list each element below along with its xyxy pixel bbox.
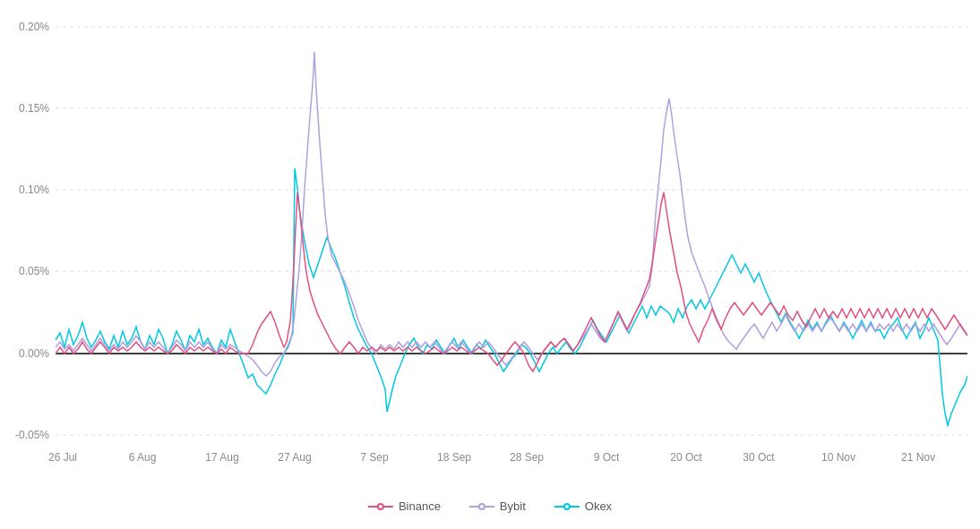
svg-text:18 Sep: 18 Sep [437, 451, 471, 464]
svg-text:28 Sep: 28 Sep [510, 451, 544, 464]
svg-text:0.10%: 0.10% [19, 183, 49, 196]
svg-text:7 Sep: 7 Sep [360, 451, 389, 464]
svg-text:0.20%: 0.20% [19, 21, 49, 33]
svg-text:6 Aug: 6 Aug [129, 451, 157, 464]
svg-text:30 Oct: 30 Oct [743, 451, 775, 464]
svg-text:10 Nov: 10 Nov [821, 451, 855, 464]
svg-text:9 Oct: 9 Oct [594, 451, 620, 464]
svg-text:21 Nov: 21 Nov [901, 451, 935, 464]
svg-text:20 Oct: 20 Oct [670, 451, 702, 464]
legend-bybit-label: Bybit [500, 499, 526, 513]
svg-text:0.15%: 0.15% [19, 102, 49, 115]
svg-text:0.00%: 0.00% [19, 347, 49, 360]
legend-binance-label: Binance [399, 499, 441, 513]
legend-okex: Okex [554, 499, 612, 513]
legend-okex-label: Okex [585, 499, 612, 513]
svg-text:0.05%: 0.05% [19, 265, 49, 277]
svg-text:26 Jul: 26 Jul [48, 451, 77, 464]
legend-bybit: Bybit [469, 499, 526, 513]
svg-rect-24 [56, 13, 967, 443]
main-chart: 0.20% 0.15% 0.10% 0.05% 0.00% -0.05% 26 … [0, 0, 980, 529]
chart-container: 0.20% 0.15% 0.10% 0.05% 0.00% -0.05% 26 … [0, 0, 980, 529]
svg-text:17 Aug: 17 Aug [205, 451, 238, 464]
svg-text:27 Aug: 27 Aug [278, 451, 311, 464]
svg-text:-0.05%: -0.05% [15, 429, 49, 441]
chart-legend: Binance Bybit Okex [368, 499, 612, 513]
legend-binance: Binance [368, 499, 441, 513]
